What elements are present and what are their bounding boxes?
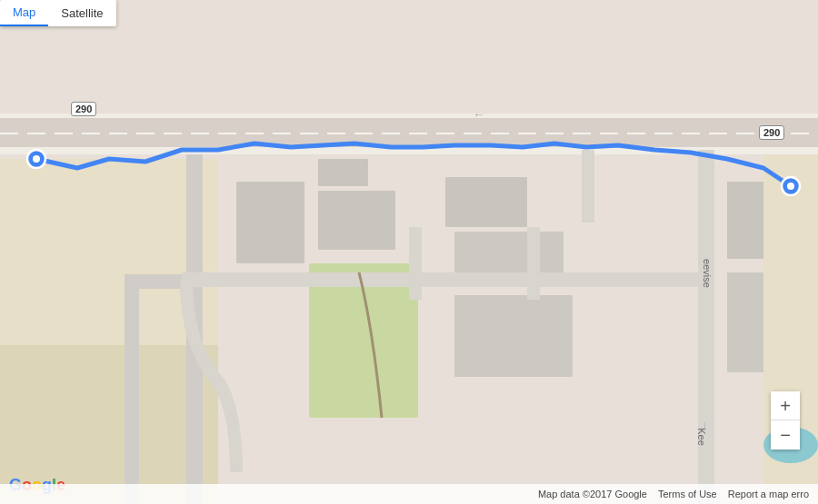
tab-map[interactable]: Map [0, 0, 48, 26]
zoom-controls: + − [771, 391, 800, 450]
map-container: Map Satellite 290 290 eevise Kee ← ↓ ↓ +… [0, 0, 818, 504]
report-link[interactable]: Report a map erro [728, 489, 809, 499]
direction-arrow-down2: ↓ [702, 418, 708, 432]
svg-rect-19 [409, 227, 422, 300]
svg-rect-11 [445, 177, 527, 227]
svg-rect-7 [236, 182, 304, 263]
zoom-in-button[interactable]: + [771, 391, 800, 420]
map-tabs: Map Satellite [0, 0, 116, 26]
road-badge-290-right: 290 [759, 125, 784, 140]
svg-rect-9 [318, 159, 368, 186]
svg-rect-2 [0, 118, 818, 147]
svg-rect-22 [582, 150, 594, 222]
road-badge-290-left: 290 [71, 102, 96, 116]
svg-rect-17 [698, 150, 714, 504]
zoom-out-button[interactable]: − [771, 420, 800, 450]
map-footer: Map data ©2017 Google Terms of Use Repor… [0, 484, 818, 504]
svg-rect-8 [318, 191, 395, 250]
svg-rect-13 [454, 295, 573, 377]
svg-rect-18 [182, 272, 709, 287]
direction-arrow-down1: ↓ [702, 254, 708, 269]
direction-arrow-left: ← [473, 107, 485, 122]
tab-satellite[interactable]: Satellite [48, 0, 115, 26]
svg-rect-20 [527, 227, 540, 300]
terms-of-use-link[interactable]: Terms of Use [658, 489, 717, 499]
map-data-text: Map data ©2017 Google [538, 489, 647, 499]
